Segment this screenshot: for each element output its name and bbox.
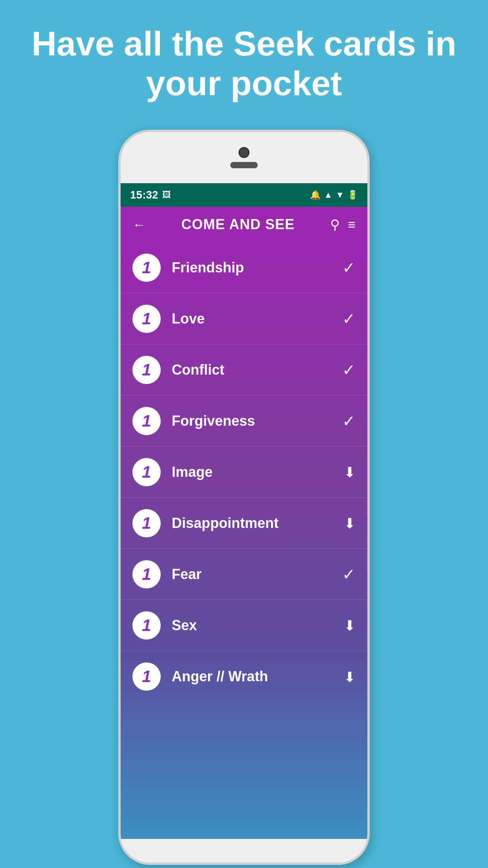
item-check-fear [342, 565, 356, 583]
item-icon-text-8: 1 [142, 616, 151, 635]
item-check-love [342, 310, 356, 328]
item-icon-text-4: 1 [142, 412, 151, 430]
item-check-friendship [342, 259, 356, 277]
status-bar: 15:32 🖼 🔔 ▲ ▼ 🔋 [121, 183, 367, 207]
item-download-anger [344, 668, 356, 686]
item-label-fear: Fear [172, 566, 342, 583]
phone-screen: 15:32 🖼 🔔 ▲ ▼ 🔋 ← COME AND SEE ⚲ ≡ [121, 183, 367, 839]
item-icon-7: 1 [132, 560, 161, 588]
back-button[interactable]: ← [132, 217, 146, 232]
search-button[interactable]: ⚲ [330, 217, 340, 232]
phone-container: 15:32 🖼 🔔 ▲ ▼ 🔋 ← COME AND SEE ⚲ ≡ [118, 130, 370, 865]
item-label-disappointment: Disappointment [172, 515, 344, 531]
item-icon-4: 1 [132, 407, 161, 435]
top-bezel [121, 132, 367, 183]
item-download-sex [344, 616, 356, 634]
status-time: 15:32 [130, 189, 158, 201]
app-bar-title: COME AND SEE [154, 216, 322, 233]
phone-shell: 15:32 🖼 🔔 ▲ ▼ 🔋 ← COME AND SEE ⚲ ≡ [118, 130, 370, 865]
notification-mute-icon: 🔔 [310, 190, 321, 200]
menu-button[interactable]: ≡ [348, 217, 356, 232]
item-icon-2: 1 [132, 305, 161, 333]
item-label-love: Love [172, 311, 342, 327]
list-item[interactable]: 1 Forgiveness [121, 395, 367, 447]
item-icon-text-5: 1 [142, 463, 151, 482]
power-button [367, 219, 370, 242]
bottom-bezel [121, 839, 367, 862]
item-icon-6: 1 [132, 509, 161, 537]
battery-icon: 🔋 [347, 190, 358, 200]
list-item[interactable]: 1 Anger // Wrath [121, 651, 367, 702]
item-download-image [344, 463, 356, 481]
list-item[interactable]: 1 Fear [121, 549, 367, 600]
item-label-forgiveness: Forgiveness [172, 413, 342, 429]
item-icon-text-3: 1 [142, 360, 151, 379]
item-icon-text-7: 1 [142, 565, 151, 584]
item-icon-3: 1 [132, 356, 161, 384]
signal-icon: ▼ [336, 190, 344, 200]
earpiece [230, 162, 258, 168]
wifi-icon: ▲ [324, 190, 332, 200]
item-icon-5: 1 [132, 458, 161, 486]
item-icon-9: 1 [132, 662, 161, 691]
gallery-status-icon: 🖼 [162, 190, 171, 200]
list-item[interactable]: 1 Conflict [121, 344, 367, 395]
item-icon-text-6: 1 [142, 514, 151, 533]
status-left: 15:32 🖼 [130, 189, 171, 201]
item-icon-text-1: 1 [142, 258, 151, 277]
list-item[interactable]: 1 Disappointment [121, 498, 367, 549]
item-icon-1: 1 [132, 254, 161, 282]
item-icon-8: 1 [132, 611, 161, 640]
item-label-anger: Anger // Wrath [172, 668, 344, 685]
item-label-conflict: Conflict [172, 362, 342, 378]
item-label-image: Image [172, 464, 344, 480]
item-label-friendship: Friendship [172, 259, 342, 276]
status-icons-right: 🔔 ▲ ▼ 🔋 [310, 190, 358, 200]
item-icon-text-9: 1 [142, 667, 151, 686]
item-label-sex: Sex [172, 617, 344, 634]
item-icon-text-2: 1 [142, 309, 151, 328]
list-item[interactable]: 1 Friendship [121, 242, 367, 293]
item-download-disappointment [344, 514, 356, 532]
item-check-conflict [342, 361, 356, 379]
list-container: 1 Friendship 1 Love 1 Conflict [121, 242, 367, 839]
list-item[interactable]: 1 Image [121, 447, 367, 498]
list-item[interactable]: 1 Love [121, 293, 367, 344]
app-bar: ← COME AND SEE ⚲ ≡ [121, 207, 367, 242]
headline: Have all the Seek cards in your pocket [0, 0, 488, 119]
item-check-forgiveness [342, 412, 356, 430]
camera [238, 147, 250, 158]
list-item[interactable]: 1 Sex [121, 600, 367, 651]
